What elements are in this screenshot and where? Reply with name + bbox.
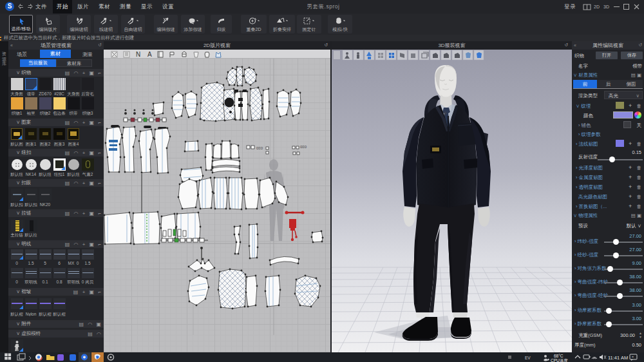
svg-text:A: A — [147, 51, 152, 58]
svg-text:0≡0: 0≡0 — [256, 146, 263, 150]
svg-text:N: N — [136, 51, 140, 58]
svg-text:11:41 AM: 11:41 AM — [608, 355, 628, 361]
svg-text:0≡0: 0≡0 — [300, 145, 307, 149]
svg-text:CPU温度: CPU温度 — [551, 358, 568, 362]
svg-text:68°C: 68°C — [554, 354, 564, 358]
svg-text:EV: EV — [525, 356, 531, 360]
svg-text:=: = — [632, 355, 634, 359]
